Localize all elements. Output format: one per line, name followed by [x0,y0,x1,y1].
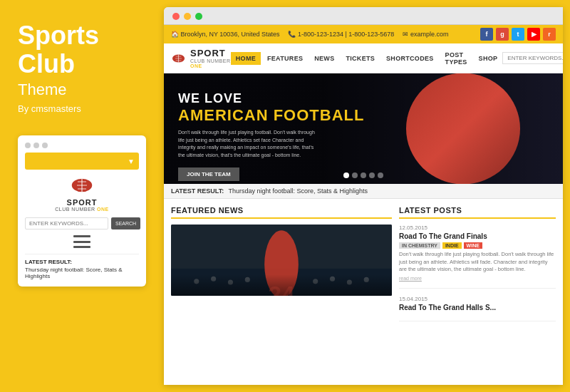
post-tags-1: IN CHEMISTRY INDIE WINE [399,242,556,249]
nav-item-shortcodes[interactable]: SHORTCODES [381,52,439,65]
post-title-2[interactable]: Read To The Grand Halls S... [399,304,556,311]
nav-item-home[interactable]: HOME [231,52,261,65]
mobile-search-row: SEARCH [25,217,139,229]
logo-sport-text: SPORT [190,48,231,58]
mobile-dot-3 [42,143,48,148]
latest-posts-section: LATEST POSTS 12.05.2015 Road To The Gran… [399,206,556,378]
googleplus-button[interactable]: g [496,28,509,41]
info-bar: 🏠 Brooklyn, NY 10036, United States 📞 1-… [164,25,563,43]
featured-news-title: FEATURED NEWS [171,206,392,219]
twitter-button[interactable]: t [512,28,524,41]
mobile-top-bar [25,143,139,148]
hamburger-line-1 [73,235,90,237]
post-read-more-1[interactable]: read more [399,276,556,281]
post-desc-1: Don't walk through life just playing foo… [399,251,556,274]
hero-slider: WE LOVE AMERICAN FOOTBALL Don't walk thr… [164,73,563,184]
nav-search-input[interactable] [502,52,563,64]
slider-dot-3[interactable] [361,172,366,178]
slider-dot-2[interactable] [352,172,358,178]
info-bar-left: 🏠 Brooklyn, NY 10036, United States 📞 1-… [171,31,448,38]
post-item-1: 12.05.2015 Road To The Grand Finals IN C… [399,225,556,289]
left-panel: Sports Club Theme By cmsmasters ▼ SPORT … [0,0,164,392]
dropdown-arrow-icon: ▼ [128,158,135,165]
logo-text: SPORT CLUB NUMBER ONE [190,48,231,68]
slider-dot-1[interactable] [343,172,349,178]
nav-links: HOME FEATURES NEWS TICKETS SHORTCODES PO… [231,48,503,68]
nav-item-features[interactable]: FEATURES [262,52,308,65]
mobile-preview: ▼ SPORT CLUB NUMBER ONE SEARCH [18,135,146,287]
post-title-1[interactable]: Road To The Grand Finals [399,232,556,240]
mobile-dot-1 [25,143,31,148]
mobile-dropdown-bar[interactable]: ▼ [25,153,139,170]
featured-crowd-bg [171,274,392,296]
slider-dot-4[interactable] [369,172,375,178]
mobile-search-button[interactable]: SEARCH [111,217,140,229]
featured-news-image: 24 [171,225,392,296]
social-buttons: f g t ▶ r [480,28,556,41]
nav-search: SEARCH 🛒 [502,51,563,66]
app-subtitle: Theme [18,81,146,99]
post-tag-in-chemistry[interactable]: IN CHEMISTRY [399,242,440,249]
logo-football-icon [171,51,186,66]
mobile-latest-text: Thursday night football: Score, Stats & … [25,267,139,279]
slider-dot-5[interactable] [378,172,383,178]
browser-close-btn[interactable] [172,13,180,20]
email-text: ✉ example.com [403,31,448,38]
app-by: By cmsmasters [18,103,146,114]
hero-cta-button[interactable]: JOIN THE TEAM [178,167,239,181]
main-content: FEATURED NEWS 24 [164,199,563,385]
mobile-menu-icon-box [25,235,139,248]
latest-posts-title: LATEST POSTS [399,206,556,219]
nav-item-shop[interactable]: SHOP [474,52,503,65]
site-logo: SPORT CLUB NUMBER ONE [171,48,231,68]
phone-text: 📞 1-800-123-1234 | 1-800-123-5678 [288,31,394,38]
hero-description: Don't walk through life just playing foo… [178,129,321,159]
youtube-button[interactable]: ▶ [527,28,540,41]
website-content: 🏠 Brooklyn, NY 10036, United States 📞 1-… [164,25,563,385]
nav-item-news[interactable]: NEWS [309,52,339,65]
post-item-2: 15.04.2015 Read To The Grand Halls S... [399,296,556,321]
mobile-sport-sub: CLUB NUMBER ONE [55,207,109,212]
nav-bar: SPORT CLUB NUMBER ONE HOME FEATURES NEWS… [164,43,563,73]
mobile-dot-2 [33,143,39,148]
hamburger-line-3 [73,246,90,248]
hero-text: WE LOVE AMERICAN FOOTBALL Don't walk thr… [178,91,364,181]
hero-title-line2: AMERICAN FOOTBALL [178,106,364,125]
mobile-latest-label: LATEST RESULT: [25,259,139,265]
browser-maximize-btn[interactable] [195,13,202,20]
post-tag-indie[interactable]: INDIE [442,242,462,249]
facebook-button[interactable]: f [480,28,493,41]
nav-item-post-types[interactable]: POST TYPES [440,48,472,68]
browser-chrome [164,7,563,25]
latest-result-text: Thursday night football: Score, Stats & … [229,187,368,195]
mobile-sport-text: SPORT [67,198,98,207]
mobile-latest-result: LATEST RESULT: Thursday night football: … [25,254,139,279]
mobile-search-input[interactable] [25,217,108,229]
post-tag-wine[interactable]: WINE [464,242,482,249]
post-date-2: 15.04.2015 [399,296,556,302]
hero-title-line1: WE LOVE [178,91,364,106]
address-text: 🏠 Brooklyn, NY 10036, United States [171,31,279,38]
browser-preview: 🏠 Brooklyn, NY 10036, United States 📞 1-… [164,7,563,385]
hamburger-icon[interactable] [73,235,90,248]
latest-result-label: LATEST RESULT: [171,187,224,195]
logo-sub-text: CLUB NUMBER ONE [190,58,231,68]
nav-item-tickets[interactable]: TICKETS [341,52,380,65]
app-title: Sports Club [18,21,146,78]
latest-result-bar: LATEST RESULT: Thursday night football: … [164,184,563,199]
post-date-1: 12.05.2015 [399,225,556,231]
featured-news-section: FEATURED NEWS 24 [171,206,392,378]
mobile-logo-area: SPORT CLUB NUMBER ONE [25,175,139,212]
hamburger-line-2 [73,241,90,243]
slider-dots [343,172,383,178]
browser-minimize-btn[interactable] [184,13,191,20]
rss-button[interactable]: r [543,28,556,41]
football-icon [69,175,95,195]
